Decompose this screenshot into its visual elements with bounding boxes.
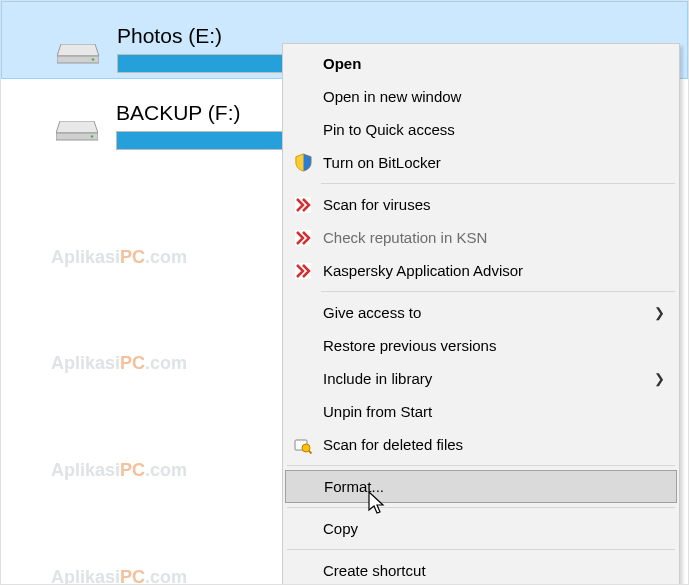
menu-separator (321, 291, 675, 292)
svg-marker-3 (56, 121, 98, 133)
drive-icon (57, 44, 99, 64)
watermark: AplikasiPC.com (51, 353, 187, 374)
menu-item-scan-deleted[interactable]: Scan for deleted files (285, 428, 677, 461)
menu-item-open[interactable]: Open (285, 47, 677, 80)
svg-point-2 (92, 58, 95, 61)
svg-point-10 (302, 444, 310, 452)
watermark: AplikasiPC.com (51, 567, 187, 585)
menu-item-kaspersky-advisor[interactable]: Kaspersky Application Advisor (285, 254, 677, 287)
menu-item-unpin-start[interactable]: Unpin from Start (285, 395, 677, 428)
drive-label: BACKUP (F:) (116, 101, 240, 125)
menu-item-bitlocker[interactable]: Turn on BitLocker (285, 146, 677, 179)
kaspersky-icon (293, 261, 313, 281)
context-menu: Open Open in new window Pin to Quick acc… (282, 43, 680, 585)
menu-item-include-library[interactable]: Include in library❯ (285, 362, 677, 395)
menu-separator (287, 507, 675, 508)
menu-item-format[interactable]: Format... (285, 470, 677, 503)
menu-separator (287, 549, 675, 550)
drive-label: Photos (E:) (117, 24, 222, 48)
menu-item-open-new-window[interactable]: Open in new window (285, 80, 677, 113)
svg-line-11 (309, 451, 312, 454)
menu-item-copy[interactable]: Copy (285, 512, 677, 545)
menu-item-scan-viruses[interactable]: Scan for viruses (285, 188, 677, 221)
menu-item-restore-versions[interactable]: Restore previous versions (285, 329, 677, 362)
svg-point-5 (91, 135, 94, 138)
menu-item-check-ksn: Check reputation in KSN (285, 221, 677, 254)
menu-item-give-access[interactable]: Give access to❯ (285, 296, 677, 329)
drive-icon (56, 121, 98, 141)
kaspersky-icon (293, 228, 313, 248)
shield-icon (293, 153, 313, 173)
menu-separator (287, 465, 675, 466)
svg-marker-0 (57, 44, 99, 56)
menu-item-pin-quick-access[interactable]: Pin to Quick access (285, 113, 677, 146)
search-icon (293, 435, 313, 455)
menu-separator (321, 183, 675, 184)
kaspersky-icon (293, 195, 313, 215)
watermark: AplikasiPC.com (51, 247, 187, 268)
watermark: AplikasiPC.com (51, 460, 187, 481)
menu-item-create-shortcut[interactable]: Create shortcut (285, 554, 677, 585)
chevron-right-icon: ❯ (654, 371, 665, 386)
chevron-right-icon: ❯ (654, 305, 665, 320)
